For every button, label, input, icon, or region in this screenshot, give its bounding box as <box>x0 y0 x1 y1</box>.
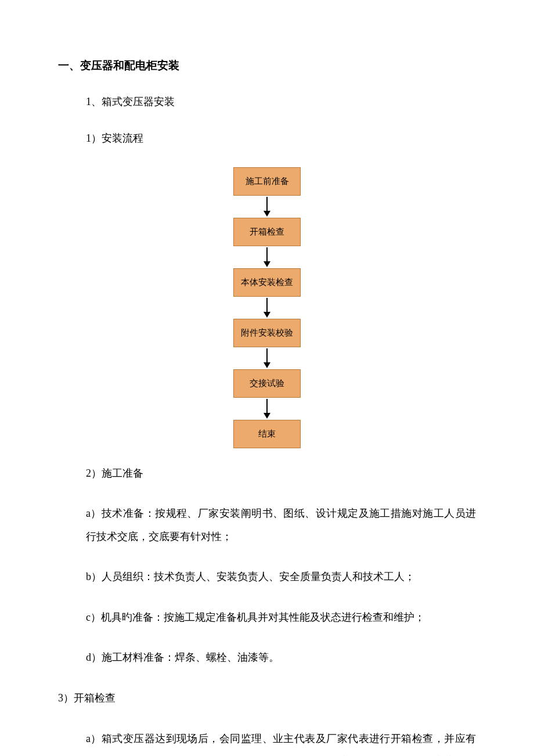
arrow-down-icon <box>264 246 270 268</box>
section-heading: 一、变压器和配电柜安装 <box>58 58 476 73</box>
flow-step: 附件安装校验 <box>233 319 301 347</box>
list-subitem: 3）开箱检查 <box>58 687 476 710</box>
flow-step: 结束 <box>233 420 301 448</box>
paragraph-text: a）技术准备：按规程、厂家安装阐明书、图纸、设计规定及施工措施对施工人员进行技术… <box>86 502 476 548</box>
list-subitem: 1）安装流程 <box>86 131 476 146</box>
paragraph-text: a）箱式变压器达到现场后，会同监理、业主代表及厂家代表进行开箱检查，并应有设备旳… <box>86 733 476 756</box>
arrow-down-icon <box>264 347 270 369</box>
paragraph: a）箱式变压器达到现场后，会同监理、业主代表及厂家代表进行开箱检查，并应有设备旳… <box>58 728 476 756</box>
paragraph: d）施工材料准备：焊条、螺栓、油漆等。 <box>86 646 476 669</box>
document-page: 一、变压器和配电柜安装 1、箱式变压器安装 1）安装流程 施工前准备 开箱检查 … <box>0 0 534 756</box>
paragraph: b）人员组织：技术负责人、安装负责人、安全质量负责人和技术工人； <box>86 566 476 589</box>
flowchart: 施工前准备 开箱检查 本体安装检查 附件安装校验 交接试验 结束 <box>58 167 476 448</box>
flow-step: 本体安装检查 <box>233 268 301 297</box>
arrow-down-icon <box>264 196 270 218</box>
arrow-down-icon <box>264 398 270 420</box>
arrow-down-icon <box>264 297 270 319</box>
flow-step: 施工前准备 <box>233 167 301 196</box>
flow-step: 开箱检查 <box>233 218 301 246</box>
paragraph: a）技术准备：按规程、厂家安装阐明书、图纸、设计规定及施工措施对施工人员进行技术… <box>58 502 476 548</box>
list-item: 1、箱式变压器安装 <box>86 94 476 110</box>
flow-step: 交接试验 <box>233 369 301 398</box>
list-subitem: 2）施工准备 <box>86 466 476 481</box>
paragraph: c）机具旳准备：按施工规定准备机具并对其性能及状态进行检查和维护； <box>86 606 476 629</box>
